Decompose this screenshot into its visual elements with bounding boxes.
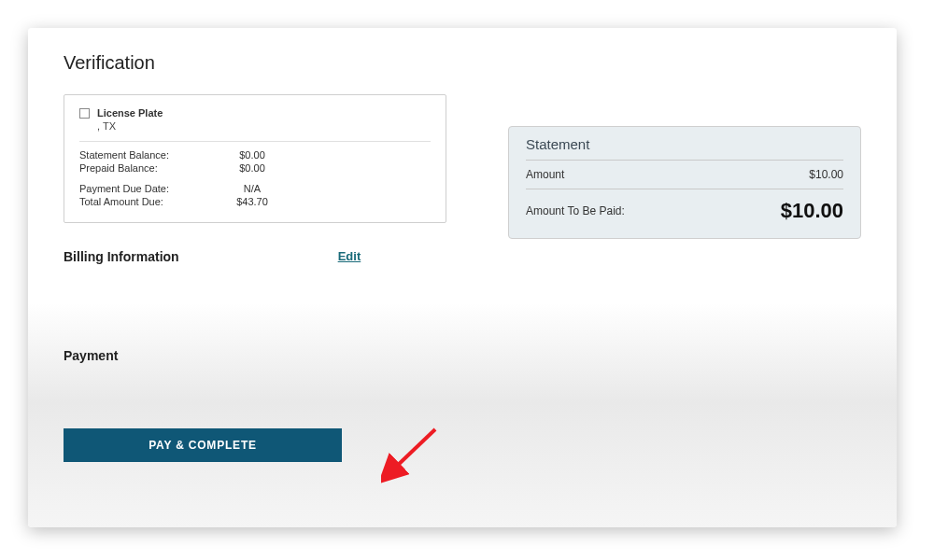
statement-to-be-paid-label: Amount To Be Paid: (526, 204, 625, 217)
columns: License Plate , TX Statement Balance: $0… (64, 94, 861, 462)
verification-panel: Verification License Plate , TX Statemen… (28, 28, 897, 527)
statement-to-be-paid-row: Amount To Be Paid: $10.00 (526, 199, 843, 223)
left-column: License Plate , TX Statement Balance: $0… (64, 94, 446, 462)
kv-label: Total Amount Due: (79, 196, 210, 207)
statement-amount-label: Amount (526, 168, 564, 181)
kv-label: Payment Due Date: (79, 183, 210, 194)
kv-row: Statement Balance: $0.00 (79, 149, 431, 161)
payment-section-title: Payment (64, 348, 446, 363)
statement-amount-value: $10.00 (809, 168, 843, 181)
kv-row: Total Amount Due: $43.70 (79, 196, 431, 207)
license-plate-checkbox[interactable] (79, 108, 90, 119)
pay-complete-button[interactable]: PAY & COMPLETE (64, 428, 342, 462)
kv-value: $43.70 (210, 196, 294, 207)
statement-box: Statement Amount $10.00 Amount To Be Pai… (508, 126, 861, 239)
license-plate-text: License Plate , TX (97, 106, 163, 133)
edit-billing-link[interactable]: Edit (338, 249, 361, 263)
kv-value: N/A (210, 183, 294, 194)
kv-row: Prepaid Balance: $0.00 (79, 162, 431, 174)
license-plate-sub: , TX (97, 120, 116, 132)
kv-label: Statement Balance: (79, 149, 210, 161)
right-column: Statement Amount $10.00 Amount To Be Pai… (508, 94, 861, 239)
license-plate-row: License Plate , TX (79, 106, 431, 142)
statement-amount-row: Amount $10.00 (526, 168, 843, 189)
statement-title: Statement (526, 136, 843, 161)
statement-to-be-paid-value: $10.00 (781, 199, 843, 223)
billing-section-row: Billing Information Edit (64, 249, 446, 264)
kv-value: $0.00 (210, 149, 294, 161)
kv-value: $0.00 (210, 162, 294, 174)
page-title: Verification (64, 52, 861, 74)
license-plate-label: License Plate (97, 107, 163, 119)
billing-section-title: Billing Information (64, 249, 179, 264)
kv-label: Prepaid Balance: (79, 162, 210, 174)
verify-box: License Plate , TX Statement Balance: $0… (64, 94, 446, 223)
kv-row: Payment Due Date: N/A (79, 183, 431, 194)
